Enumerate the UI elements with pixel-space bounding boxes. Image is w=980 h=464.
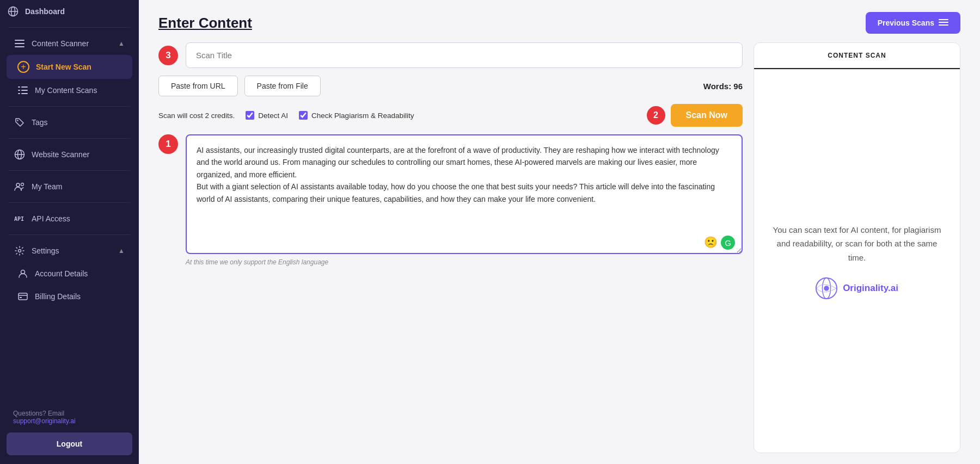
website-scanner-label: Website Scanner [32,150,89,159]
svg-point-19 [19,250,21,252]
tag-icon [14,117,25,128]
tags-label: Tags [32,118,48,127]
svg-rect-21 [19,293,27,300]
originality-logo-text: Originality.ai [843,281,898,296]
scan-title-input[interactable] [186,42,743,68]
svg-rect-11 [21,93,28,94]
svg-rect-25 [939,22,948,23]
paste-buttons-row: Paste from URL Paste from File Words: 96 [158,76,743,96]
scan-now-button[interactable]: Scan Now [671,104,743,127]
step-1-badge: 1 [158,134,178,154]
page-title: Enter Content [158,15,252,32]
paste-from-file-button[interactable]: Paste from File [244,76,321,96]
sidebar-item-billing-details[interactable]: Billing Details [7,285,132,308]
svg-rect-9 [21,90,28,91]
word-count: Words: 96 [703,82,743,91]
billing-details-label: Billing Details [35,292,81,301]
scan-title-row: 3 [158,42,743,68]
sidebar: Dashboard Content Scanner ▲ + Start Ne [0,0,139,464]
tab-content-scan[interactable]: CONTENT SCAN [754,43,960,69]
detect-ai-label: Detect AI [258,112,288,120]
content-scanner-label: Content Scanner [32,39,89,48]
sidebar-item-content-scanner[interactable]: Content Scanner ▲ [7,32,132,55]
svg-rect-3 [15,40,24,41]
detect-ai-checkbox[interactable] [246,111,254,120]
sidebar-item-settings[interactable]: Settings ▲ [7,239,132,262]
team-icon [14,181,25,192]
content-textarea-container: 1 🙁 G At this time we only support the E… [158,134,743,266]
svg-rect-5 [15,46,24,47]
sidebar-item-tags[interactable]: Tags [7,111,132,134]
sidebar-item-my-team[interactable]: My Team [7,175,132,198]
sidebar-item-website-scanner[interactable]: Website Scanner [7,143,132,166]
originality-logo-icon [816,277,837,299]
plagiarism-checkbox[interactable] [299,111,308,120]
logo-suffix: .ai [888,283,898,293]
left-panel: 3 Paste from URL Paste from File Words: … [158,42,754,453]
support-text: Questions? Email support@originality.ai [0,402,139,432]
step-3-badge: 3 [158,46,178,65]
right-panel: CONTENT SCAN You can scan text for AI co… [754,42,960,453]
start-new-scan-label: Start New Scan [36,63,91,71]
api-icon: API [14,213,25,224]
svg-rect-7 [21,86,28,88]
plagiarism-checkbox-label[interactable]: Check Plagiarism & Readability [299,111,414,120]
api-access-label: API Access [32,214,70,223]
card-icon [17,291,28,302]
website-globe-icon [14,149,25,160]
svg-point-17 [21,183,24,186]
globe-icon [8,6,19,17]
paste-from-url-button[interactable]: Paste from URL [158,76,238,96]
chevron-up-icon: ▲ [118,40,125,47]
svg-rect-24 [939,19,948,20]
account-details-label: Account Details [35,269,88,278]
svg-rect-23 [20,297,22,298]
dashboard-label: Dashboard [25,7,65,16]
emoji-icon: 🙁 [704,236,718,250]
right-panel-description: You can scan text for AI content, for pl… [770,223,944,265]
settings-label: Settings [32,246,59,255]
right-panel-content: You can scan text for AI content, for pl… [754,70,960,453]
settings-chevron-icon: ▲ [118,247,125,255]
my-team-label: My Team [32,182,63,191]
plagiarism-label: Check Plagiarism & Readability [311,112,414,120]
svg-rect-26 [939,24,948,26]
svg-point-12 [17,120,18,121]
svg-rect-4 [15,43,24,44]
previous-scans-button[interactable]: Previous Scans [866,12,960,34]
logout-button[interactable]: Logout [7,432,132,455]
main-content: Enter Content Previous Scans 3 Paste fro… [139,0,980,464]
support-email-link[interactable]: support@originality.ai [13,417,76,425]
sidebar-item-start-new-scan[interactable]: + Start New Scan [7,55,132,79]
svg-point-16 [16,183,20,187]
sidebar-item-my-content-scans[interactable]: My Content Scans [7,79,132,102]
svg-rect-6 [18,86,20,88]
svg-text:API: API [14,216,24,222]
language-notice: At this time we only support the English… [158,258,743,266]
step-2-badge: 2 [647,106,665,125]
options-row: Scan will cost 2 credits. Detect AI Chec… [158,104,743,127]
right-panel-tabs: CONTENT SCAN [754,43,960,70]
my-content-scans-label: My Content Scans [35,86,97,95]
sidebar-item-api-access[interactable]: API API Access [7,207,132,230]
list-icon [17,85,28,96]
scan-cost: Scan will cost 2 credits. [158,112,235,120]
grammar-check-icon[interactable]: G [721,236,735,250]
scan-now-section: 2 Scan Now [647,104,743,127]
svg-point-29 [824,286,829,291]
main-header: Enter Content Previous Scans [139,0,980,42]
sidebar-item-dashboard[interactable]: Dashboard [0,0,139,23]
menu-icon [14,38,25,49]
content-area: 3 Paste from URL Paste from File Words: … [139,42,980,464]
sidebar-item-account-details[interactable]: Account Details [7,262,132,285]
svg-rect-10 [18,93,20,94]
content-textarea[interactable] [186,134,743,254]
user-icon [17,268,28,279]
prev-scans-label: Previous Scans [878,18,934,27]
list-lines-icon [939,19,948,27]
plus-circle-icon: + [17,61,29,73]
originality-logo: Originality.ai [816,277,898,299]
textarea-icons: 🙁 G [704,236,735,250]
detect-ai-checkbox-label[interactable]: Detect AI [246,111,288,120]
svg-rect-8 [18,90,20,91]
